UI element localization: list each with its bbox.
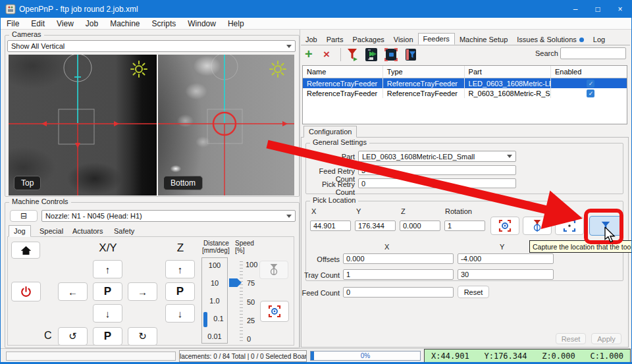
tray-count-y-input[interactable]: [458, 269, 554, 280]
feed-count-reset-button[interactable]: Reset: [458, 286, 489, 298]
tab-configuration[interactable]: Configuration: [303, 126, 357, 138]
pick-x-input[interactable]: [310, 221, 351, 231]
close-button[interactable]: ×: [609, 1, 631, 18]
feed-feeder-button[interactable]: [346, 47, 359, 62]
tab-log[interactable]: Log: [589, 34, 610, 45]
camera-view-top[interactable]: Top: [9, 55, 157, 195]
distance-tick: 0.1: [206, 315, 231, 323]
openpnp-window: OpenPnP - ftp job round 2.job.xml – □ × …: [0, 0, 632, 364]
position-tool-button[interactable]: [523, 217, 552, 235]
pick-y-input[interactable]: [355, 221, 396, 231]
home-icon: [20, 246, 32, 255]
menu-item-file[interactable]: File: [1, 19, 25, 28]
part-selector[interactable]: LED_0603_1608Metric-LED_Small: [358, 151, 516, 162]
capture-feeder-tool-button[interactable]: [404, 47, 418, 62]
pick-z-input[interactable]: [400, 221, 440, 231]
feed-count-label: Feed Count: [294, 289, 340, 297]
tab-special[interactable]: Special: [35, 226, 68, 236]
capture-camera-location-button[interactable]: [490, 217, 519, 235]
jog-z-minus-button[interactable]: ↓: [165, 304, 195, 323]
camera-selector-value: Show All Vertical: [11, 42, 65, 50]
minimize-button[interactable]: –: [564, 1, 587, 18]
speed-tick: 100: [246, 261, 257, 269]
status-progress-empty: [6, 351, 176, 361]
menu-item-machine[interactable]: Machine: [104, 19, 145, 28]
distance-slider[interactable]: 100 10 1.0 0.1 0.01: [201, 257, 228, 344]
jog-z-plus-button[interactable]: ↑: [165, 260, 195, 278]
camera-view-bottom[interactable]: Bottom: [158, 55, 294, 195]
table-row[interactable]: ReferenceTrayFeeder ReferenceTrayFeeder …: [303, 88, 627, 98]
camera-brackets-icon: [563, 219, 576, 232]
maximize-button[interactable]: □: [587, 1, 609, 18]
position-tool-button-disabled[interactable]: [259, 261, 288, 279]
home-button[interactable]: [11, 242, 40, 259]
capture-tool-location-button[interactable]: [589, 216, 622, 236]
search-input[interactable]: [560, 47, 626, 59]
column-header-enabled[interactable]: Enabled: [551, 66, 627, 78]
table-row[interactable]: ReferenceTrayFeeder ReferenceTrayFeeder …: [303, 78, 627, 88]
pick-location-label: Pick Location: [310, 197, 358, 204]
offsets-x-header: X: [384, 243, 389, 251]
offsets-y-input[interactable]: [458, 253, 554, 264]
app-icon: [5, 4, 16, 14]
position-xy-button[interactable]: P: [93, 282, 122, 301]
tab-actuators[interactable]: Actuators: [68, 226, 107, 236]
camera-selector[interactable]: Show All Vertical: [7, 40, 296, 52]
enabled-checkbox[interactable]: ✓: [587, 80, 594, 88]
menu-item-job[interactable]: Job: [80, 19, 104, 28]
position-camera-button[interactable]: [555, 217, 584, 235]
power-button[interactable]: [11, 282, 41, 301]
position-c-button[interactable]: P: [93, 327, 122, 346]
tab-jog[interactable]: Jog: [9, 225, 31, 237]
speed-label: Speed: [235, 240, 254, 247]
tab-machine-setup[interactable]: Machine Setup: [455, 34, 512, 45]
tray-count-x-input[interactable]: [343, 269, 454, 280]
menu-item-edit[interactable]: Edit: [25, 19, 51, 28]
show-part-in-feeder-button[interactable]: [364, 47, 379, 62]
add-feeder-button[interactable]: +: [305, 47, 313, 62]
menu-item-scripts[interactable]: Scripts: [146, 19, 182, 28]
brightness-sun-icon: [130, 60, 148, 78]
tab-vision[interactable]: Vision: [389, 34, 418, 45]
rotate-cw-button[interactable]: ↻: [128, 327, 157, 346]
jog-x-plus-button[interactable]: →: [128, 282, 157, 301]
search-label: Search: [535, 49, 558, 57]
position-z-button[interactable]: P: [165, 282, 195, 301]
menu-item-view[interactable]: View: [51, 19, 80, 28]
tab-safety[interactable]: Safety: [109, 226, 139, 236]
tab-packages[interactable]: Packages: [348, 34, 388, 45]
tab-issues-solutions[interactable]: Issues & Solutions: [512, 34, 589, 45]
speed-slider-track[interactable]: [240, 261, 243, 342]
menu-item-window[interactable]: Window: [182, 19, 222, 28]
nozzle-selector[interactable]: Nozzle: N1 - N045 (Head: H1): [41, 210, 296, 222]
menu-item-help[interactable]: Help: [222, 19, 250, 28]
top-camera-label: Top: [14, 176, 41, 190]
feed-retry-input[interactable]: [358, 165, 516, 175]
delete-feeder-button[interactable]: ×: [323, 48, 330, 61]
park-collapse-button[interactable]: ⊟: [10, 210, 38, 222]
enabled-checkbox[interactable]: ✓: [587, 90, 594, 97]
z-axis-label: Z: [171, 242, 190, 255]
column-header-type[interactable]: Type: [383, 66, 465, 78]
tab-job[interactable]: Job: [301, 34, 322, 45]
capture-camera-button[interactable]: [260, 301, 289, 322]
config-reset-button[interactable]: Reset: [556, 333, 586, 344]
pick-retry-input[interactable]: [358, 178, 516, 188]
tab-feeders[interactable]: Feeders: [418, 33, 455, 45]
feed-count-input[interactable]: [343, 287, 454, 298]
jog-y-minus-button[interactable]: ↓: [93, 304, 122, 323]
distance-tick: 0.01: [202, 332, 227, 340]
column-header-part[interactable]: Part: [465, 66, 551, 78]
capture-feeder-camera-button[interactable]: [384, 47, 398, 62]
pick-rotation-input[interactable]: [444, 221, 485, 231]
distance-slider-handle[interactable]: [203, 312, 207, 327]
feeder-tool-icon: [404, 47, 418, 62]
config-apply-button[interactable]: Apply: [591, 333, 621, 344]
column-header-name[interactable]: Name: [303, 66, 383, 78]
offsets-x-input[interactable]: [343, 253, 454, 264]
tab-parts[interactable]: Parts: [322, 34, 348, 45]
jog-y-plus-button[interactable]: ↑: [93, 260, 122, 278]
jog-x-minus-button[interactable]: ←: [58, 282, 88, 301]
placements-status: Placements: 0 / 84 Total | 0 / 0 Selecte…: [179, 350, 307, 362]
rotate-ccw-button[interactable]: ↺: [58, 327, 88, 346]
